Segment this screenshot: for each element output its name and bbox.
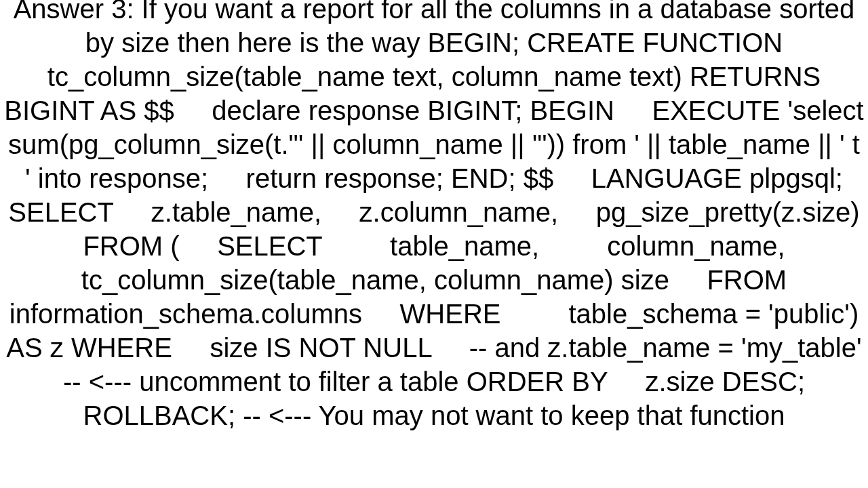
answer-text-block: Answer 3: If you want a report for all t… xyxy=(0,0,868,432)
page-content: Answer 3: If you want a report for all t… xyxy=(0,0,868,488)
